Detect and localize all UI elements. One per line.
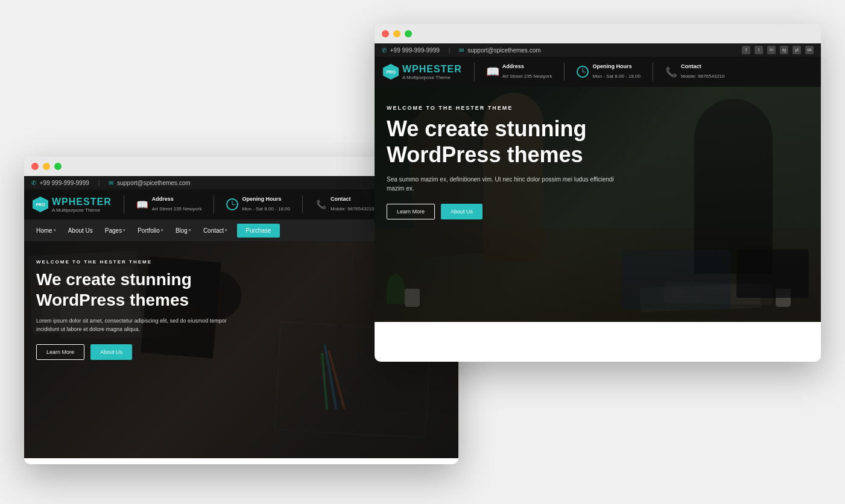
header-sep2-small	[214, 195, 214, 213]
logo-text-large: WPHESTER A Multipurpose Theme	[402, 64, 462, 80]
clock-icon-small	[226, 198, 238, 210]
site-topbar-large: ✆ +99 999-999-9999 | ✉ support@spicethem…	[375, 43, 821, 57]
logo-sub-large: A Multipurpose Theme	[402, 75, 462, 80]
address-icon-large: 📖	[487, 66, 499, 78]
nav-pages-small[interactable]: Pages ▾	[100, 224, 130, 238]
topbar-phone-large: ✆ +99 999-999-9999	[382, 47, 440, 54]
header-address-large: 📖 Address Art Street 235 Newyork	[487, 63, 552, 80]
hours-text-large: Opening Hours Mon - Sat 8.00 - 18.00	[592, 63, 641, 80]
dot-red-small[interactable]	[31, 163, 39, 170]
nav-contact-small[interactable]: Contact ▾	[198, 224, 232, 238]
social-youtube-large[interactable]: yt	[793, 46, 801, 54]
header-address-small: 📖 Address Art Street 235 Newyork	[136, 196, 202, 213]
hours-text-small: Opening Hours Mon - Sat 8.00 - 18.00	[242, 196, 290, 213]
header-sep1-small	[124, 195, 124, 213]
social-instagram-large[interactable]: ig	[780, 46, 788, 54]
nav-contact-arrow-small: ▾	[225, 228, 227, 233]
hero-welcome-large: WELCOME TO THE HESTER THEME	[387, 105, 809, 111]
dot-yellow-small[interactable]	[43, 163, 50, 170]
btn-about-small[interactable]: About Us	[90, 344, 132, 360]
header-hours-small: Opening Hours Mon - Sat 8.00 - 18.00	[226, 196, 290, 213]
topbar-left-small: ✆ +99 999-999-9999 | ✉ support@spicethem…	[31, 180, 191, 186]
hero-title-large: We create stunning WordPress themes	[387, 116, 809, 168]
browser-window-large: ✆ +99 999-999-9999 | ✉ support@spicethem…	[375, 24, 821, 362]
clock-icon-large	[577, 66, 589, 78]
contact-text-small: Contact Mobile: 9876543210	[331, 196, 375, 213]
btn-learn-large[interactable]: Learn More	[387, 204, 435, 219]
btn-learn-small[interactable]: Learn More	[36, 344, 84, 360]
social-facebook-large[interactable]: f	[742, 46, 750, 54]
nav-home-arrow-small: ▾	[54, 228, 56, 233]
hero-content-large: WELCOME TO THE HESTER THEME We create st…	[375, 87, 821, 238]
titlebar-large	[375, 24, 821, 43]
address-icon-small: 📖	[136, 198, 148, 210]
topbar-divider-small: |	[98, 180, 100, 186]
logo-name-small: WPHESTER	[52, 197, 112, 207]
site-logo-large: PRO WPHESTER A Multipurpose Theme	[383, 64, 462, 80]
social-twitter-large[interactable]: t	[755, 46, 763, 54]
site-header-large: PRO WPHESTER A Multipurpose Theme 📖 Addr…	[375, 57, 821, 87]
logo-name-large: WPHESTER	[402, 64, 462, 75]
social-skype-large[interactable]: sk	[805, 46, 814, 54]
hero-desc-small: Lorem ipsum dolor sit amet, consectetur …	[36, 317, 229, 333]
address-text-small: Address Art Street 235 Newyork	[152, 196, 202, 213]
nav-purchase-small[interactable]: Purchase	[237, 224, 279, 238]
logo-hex-large: PRO	[383, 64, 399, 80]
hero-buttons-large: Learn More About Us	[387, 204, 809, 219]
nav-about-small[interactable]: About Us	[63, 224, 98, 238]
dot-green-small[interactable]	[54, 163, 62, 170]
contact-text-large: Contact Mobile: 9876543210	[681, 63, 725, 80]
header-contact-small: 📞 Contact Mobile: 9876543210	[315, 196, 375, 213]
dot-yellow-large[interactable]	[393, 30, 400, 37]
header-hours-large: Opening Hours Mon - Sat 8.00 - 18.00	[577, 63, 641, 80]
phone-icon-small: 📞	[315, 198, 327, 210]
dot-green-large[interactable]	[405, 30, 412, 37]
nav-portfolio-small[interactable]: Portfolio ▾	[133, 224, 168, 238]
nav-blog-arrow-small: ▾	[189, 228, 191, 233]
hero-desc-large: Sea summo mazim ex, definitionen vim. Ut…	[387, 175, 628, 193]
address-text-large: Address Art Street 235 Newyork	[502, 63, 552, 80]
header-sep3-large	[653, 63, 653, 81]
topbar-email-large: ✉ support@spicethemes.com	[459, 47, 540, 54]
header-sep3-small	[302, 195, 303, 213]
logo-text-small: WPHESTER A Multipurpose Theme	[52, 197, 112, 213]
nav-blog-small[interactable]: Blog ▾	[171, 224, 196, 238]
header-contact-large: 📞 Contact Mobile: 9876543210	[665, 63, 725, 80]
topbar-divider-large: |	[449, 47, 451, 54]
topbar-left-large: ✆ +99 999-999-9999 | ✉ support@spicethem…	[382, 47, 541, 54]
topbar-phone-small: ✆ +99 999-999-9999	[31, 180, 89, 186]
site-logo-small: PRO WPHESTER A Multipurpose Theme	[33, 197, 112, 213]
topbar-right-large: f t in ig yt sk	[742, 46, 814, 54]
logo-hex-small: PRO	[33, 197, 48, 212]
dot-red-large[interactable]	[382, 30, 389, 37]
hero-large: WELCOME TO THE HESTER THEME We create st…	[375, 87, 821, 322]
header-sep2-large	[564, 63, 565, 81]
header-sep1-large	[474, 63, 475, 81]
nav-home-small[interactable]: Home ▾	[31, 224, 61, 238]
logo-sub-small: A Multipurpose Theme	[52, 207, 112, 213]
nav-portfolio-arrow-small: ▾	[161, 228, 163, 233]
nav-pages-arrow-small: ▾	[123, 228, 125, 233]
btn-about-large[interactable]: About Us	[441, 204, 483, 219]
social-linkedin-large[interactable]: in	[767, 46, 776, 54]
topbar-email-small: ✉ support@spicethemes.com	[109, 180, 190, 186]
phone-icon-large: 📞	[665, 66, 677, 78]
